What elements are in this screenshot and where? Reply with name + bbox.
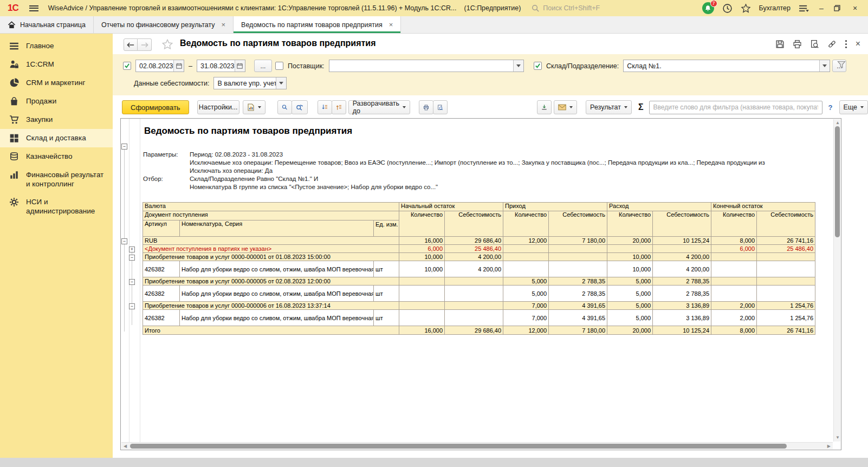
quick-filter-input[interactable] <box>649 101 822 114</box>
header-cost[interactable]: Себестоимость <box>549 211 607 237</box>
cell-value[interactable]: 20,000 <box>607 326 653 335</box>
preview-icon[interactable] <box>810 40 819 49</box>
global-search[interactable]: Поиск Ctrl+Shift+F <box>532 4 600 12</box>
header-group[interactable]: Приход <box>503 203 607 211</box>
tab-2[interactable]: Ведомость по партиям товаров предприятия… <box>234 16 401 33</box>
cell-article[interactable]: 426382 <box>143 261 180 277</box>
collapse-groups-icon[interactable] <box>318 100 332 114</box>
link-icon[interactable] <box>827 40 837 49</box>
generate-button[interactable]: Сформировать <box>122 100 189 114</box>
cell-value[interactable] <box>399 302 445 310</box>
header-group[interactable]: Расход <box>607 203 711 211</box>
cell-nomenclature[interactable]: Набор для уборки ведро со сливом, отжим,… <box>180 310 374 326</box>
mail-icon[interactable] <box>554 100 577 114</box>
cell-value[interactable]: 4 391,65 <box>549 310 607 326</box>
more-button[interactable]: Еще <box>839 100 868 114</box>
cell-value[interactable]: 7 180,00 <box>549 237 607 245</box>
sidebar-item-2[interactable]: CRM и маркетинг <box>0 74 113 92</box>
filter-funnel-icon[interactable] <box>837 61 846 69</box>
preview-icon[interactable] <box>433 100 448 114</box>
cell-value[interactable] <box>503 253 549 261</box>
calendar-icon[interactable] <box>173 60 184 72</box>
settings-button[interactable]: Настройки... <box>197 100 239 114</box>
cell-value[interactable]: 2,000 <box>711 310 757 326</box>
sidebar-item-1[interactable]: 1С:CRM <box>0 55 113 74</box>
cell-value[interactable]: 3 136,89 <box>653 310 711 326</box>
warehouse-combo[interactable]: Склад №1. <box>623 60 830 72</box>
print-icon[interactable] <box>793 40 802 49</box>
tab-close-icon[interactable]: × <box>222 21 226 29</box>
row-label[interactable]: <Документ поступления в партиях не указа… <box>143 245 399 253</box>
cell-value[interactable]: 20,000 <box>607 237 653 245</box>
cell-value[interactable] <box>653 245 711 253</box>
header-group[interactable]: Начальный остаток <box>399 203 503 211</box>
cell-value[interactable] <box>711 277 757 286</box>
table-row[interactable]: 426382Набор для уборки ведро со сливом, … <box>143 261 815 277</box>
date-to-field[interactable]: 31.08.2023 <box>197 60 245 72</box>
cell-value[interactable]: 12,000 <box>503 326 549 335</box>
cell-value[interactable] <box>607 245 653 253</box>
cell-value[interactable]: 2 788,35 <box>549 277 607 286</box>
row-label[interactable]: RUB <box>143 237 399 245</box>
header-quantity[interactable]: Количество <box>503 211 549 237</box>
cell-nomenclature[interactable]: Набор для уборки ведро со сливом, отжим,… <box>180 286 374 302</box>
cell-value[interactable]: 1 254,76 <box>757 310 815 326</box>
vertical-scrollbar-thumb[interactable] <box>835 126 840 237</box>
cell-value[interactable]: 1 254,76 <box>757 302 815 310</box>
header-quantity[interactable]: Количество <box>607 211 653 237</box>
period-checkbox[interactable] <box>123 62 131 70</box>
cell-value[interactable] <box>503 261 549 277</box>
cell-value[interactable]: 2 788,35 <box>653 286 711 302</box>
result-button[interactable]: Результат <box>586 100 632 114</box>
cell-value[interactable]: 5,000 <box>607 277 653 286</box>
favorites-star-icon[interactable] <box>741 3 751 14</box>
cell-value[interactable] <box>399 277 445 286</box>
collapse-row-expander[interactable]: − <box>129 279 135 285</box>
cell-value[interactable] <box>503 245 549 253</box>
sigma-icon[interactable]: Σ <box>638 102 644 112</box>
cell-value[interactable] <box>399 310 445 326</box>
cell-value[interactable]: 7 180,00 <box>549 326 607 335</box>
expand-to-button[interactable]: Разворачивать до <box>348 100 410 114</box>
header-document[interactable]: Документ поступления <box>143 211 399 220</box>
cell-value[interactable] <box>445 310 503 326</box>
cell-value[interactable]: 5,000 <box>503 286 549 302</box>
tab-close-icon[interactable]: × <box>389 21 393 29</box>
expand-groups-icon[interactable] <box>332 100 346 114</box>
sidebar-item-0[interactable]: Главное <box>0 37 113 55</box>
cell-value[interactable]: 2 788,35 <box>653 277 711 286</box>
row-label[interactable]: Приобретение товаров и услуг 0000-000006… <box>143 302 399 310</box>
cell-value[interactable] <box>445 277 503 286</box>
cell-value[interactable] <box>711 286 757 302</box>
collapse-row-expander[interactable]: − <box>129 303 135 309</box>
history-clock-icon[interactable] <box>722 3 733 14</box>
header-group[interactable]: Конечный остаток <box>711 203 815 211</box>
cell-value[interactable] <box>711 253 757 261</box>
download-icon[interactable] <box>537 100 552 114</box>
search-icon[interactable] <box>277 100 292 114</box>
search-next-icon[interactable] <box>292 100 308 114</box>
tab-0[interactable]: Начальная страница <box>0 16 94 33</box>
table-row[interactable]: RUB16,00029 686,4012,0007 180,0020,00010… <box>143 237 815 245</box>
sidebar-item-3[interactable]: Продажи <box>0 92 113 111</box>
help-icon[interactable]: ? <box>828 103 833 112</box>
row-label[interactable]: Итого <box>143 326 399 335</box>
cell-value[interactable]: 29 686,40 <box>445 237 503 245</box>
sidebar-item-4[interactable]: Закупки <box>0 111 113 129</box>
row-label[interactable]: Приобретение товаров и услуг 0000-000005… <box>143 277 399 286</box>
chevron-down-icon[interactable] <box>819 60 830 72</box>
save-icon[interactable] <box>775 40 785 49</box>
back-arrow-icon[interactable] <box>124 38 138 51</box>
table-row[interactable]: 426382Набор для уборки ведро со сливом, … <box>143 286 815 302</box>
sidebar-item-5[interactable]: Склад и доставка <box>0 129 113 147</box>
cell-value[interactable] <box>757 261 815 277</box>
close-icon[interactable]: × <box>851 4 859 12</box>
cell-value[interactable]: 25 486,40 <box>757 245 815 253</box>
cell-value[interactable] <box>445 286 503 302</box>
cell-value[interactable]: 10 125,24 <box>653 237 711 245</box>
cell-value[interactable]: 2 788,35 <box>549 286 607 302</box>
minimize-icon[interactable]: – <box>817 4 826 12</box>
cell-value[interactable]: 10 125,24 <box>653 326 711 335</box>
horizontal-scrollbar-thumb[interactable] <box>130 444 787 449</box>
header-cost[interactable]: Себестоимость <box>653 211 711 237</box>
